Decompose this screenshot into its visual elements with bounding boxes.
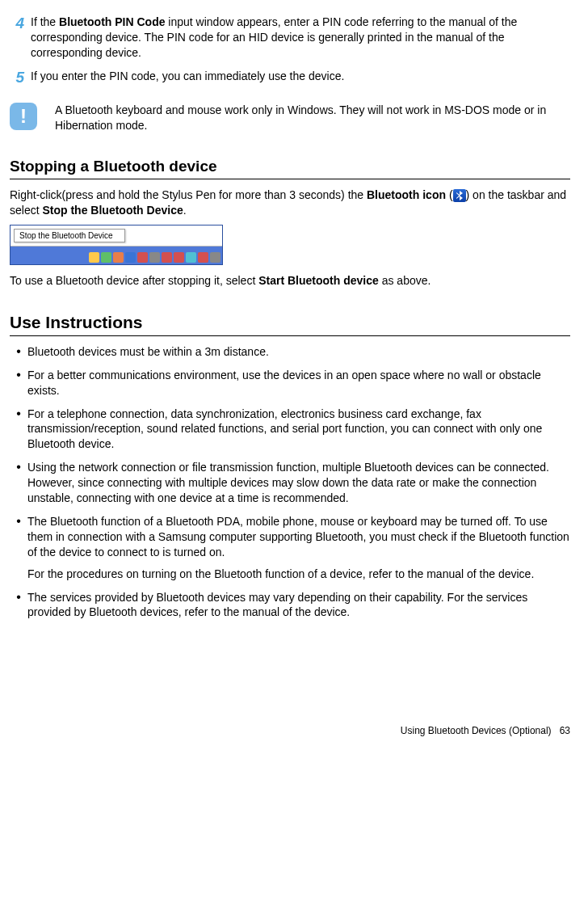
step-text: If you enter the PIN code, you can immed… — [31, 69, 570, 87]
list-item: • For a telephone connection, data synch… — [10, 407, 570, 453]
step-number: 5 — [10, 69, 31, 87]
bullet-icon: • — [10, 460, 27, 506]
bullet-icon: • — [10, 590, 27, 621]
list-item: • Using the network connection or file t… — [10, 460, 570, 506]
list-item: • For a better communications environmen… — [10, 368, 570, 398]
list-item: • Bluetooth devices must be within a 3m … — [10, 344, 570, 360]
tray-icon — [198, 252, 208, 263]
tray-icon — [186, 252, 196, 263]
bluetooth-icon — [453, 189, 466, 202]
tray-icon — [89, 252, 99, 263]
note-text: A Bluetooth keyboard and mouse work only… — [55, 103, 570, 133]
bullet-icon: • — [10, 344, 27, 360]
stopping-paragraph-1: Right-click(press and hold the Stylus Pe… — [10, 188, 570, 218]
bullet-icon: • — [10, 407, 27, 453]
divider — [10, 335, 570, 336]
step-text: If the Bluetooth PIN Code input window a… — [31, 15, 570, 61]
note-callout: ! A Bluetooth keyboard and mouse work on… — [10, 103, 570, 133]
tray-icon — [174, 252, 184, 263]
bullet-icon: • — [10, 368, 27, 398]
screenshot-panel: Stop the Bluetooth Device — [10, 225, 222, 247]
list-item: • The Bluetooth function of a Bluetooth … — [10, 514, 570, 582]
list-item: • The services provided by Bluetooth dev… — [10, 590, 570, 621]
step-4: 4 If the Bluetooth PIN Code input window… — [10, 15, 570, 61]
note-icon: ! — [10, 103, 37, 130]
stopping-paragraph-2: To use a Bluetooth device after stopping… — [10, 273, 570, 289]
section-heading-stopping: Stopping a Bluetooth device — [10, 158, 570, 175]
section-heading-instructions: Use Instructions — [10, 313, 570, 332]
tray-icon — [149, 252, 160, 263]
system-tray — [89, 252, 220, 263]
instructions-list: • Bluetooth devices must be within a 3m … — [10, 344, 570, 620]
step-number: 4 — [10, 15, 31, 61]
tray-icon — [162, 252, 172, 263]
bullet-icon: • — [10, 514, 27, 582]
page-footer: Using Bluetooth Devices (Optional) 63 — [10, 725, 570, 744]
tray-icon — [113, 252, 124, 263]
divider — [10, 179, 570, 179]
exclamation-icon: ! — [20, 105, 27, 128]
page-number: 63 — [560, 725, 570, 736]
step-5: 5 If you enter the PIN code, you can imm… — [10, 69, 570, 87]
tray-icon — [210, 252, 220, 263]
footer-section-title: Using Bluetooth Devices (Optional) — [401, 725, 552, 736]
context-menu-item: Stop the Bluetooth Device — [14, 229, 125, 242]
tray-icon — [137, 252, 148, 263]
tray-icon — [125, 252, 136, 263]
tray-icon — [101, 252, 111, 263]
taskbar-screenshot: Stop the Bluetooth Device — [10, 225, 223, 265]
